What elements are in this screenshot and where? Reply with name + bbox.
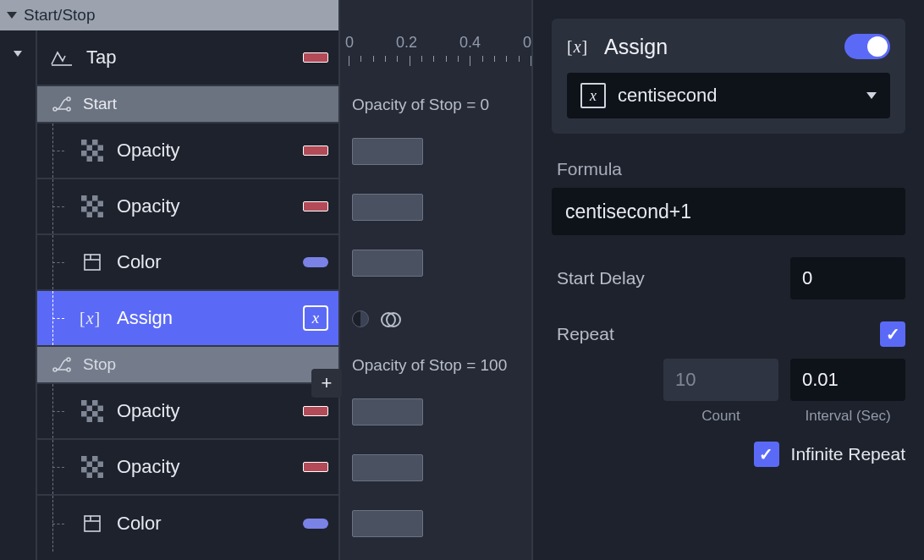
svg-rect-41 [92, 467, 98, 473]
branch-icon [49, 91, 74, 117]
keyframe-chip[interactable] [352, 194, 423, 221]
timeline-ruler[interactable]: 0 0.2 0.4 0 [340, 30, 531, 86]
svg-rect-14 [92, 195, 98, 201]
svg-rect-30 [87, 406, 93, 412]
svg-point-26 [67, 368, 70, 371]
svg-point-24 [53, 368, 57, 371]
color-swatch [303, 257, 328, 267]
tree-row-assign[interactable]: x Assign x [37, 291, 338, 347]
start-delay-value: 0 [802, 267, 812, 289]
svg-rect-8 [98, 145, 104, 151]
color-swatch [303, 145, 328, 156]
tree-row-label: Opacity [117, 456, 291, 478]
timeline-slot[interactable] [340, 235, 531, 291]
tree-section-stop[interactable]: Stop + [37, 347, 338, 384]
ruler-label: 0.2 [396, 34, 417, 52]
svg-rect-7 [87, 145, 93, 151]
tree-row-color[interactable]: Color [37, 235, 338, 291]
variable-name: centisecond [618, 85, 717, 107]
svg-rect-36 [81, 456, 87, 462]
tree-row-label: Color [117, 251, 291, 273]
tree-row-color[interactable]: Color [37, 496, 338, 552]
tree-connector-icon [49, 179, 68, 233]
tree-row-label: Color [117, 513, 291, 535]
tree-connector-icon [49, 440, 68, 494]
svg-rect-29 [92, 400, 98, 406]
keyframe-chip[interactable] [352, 138, 423, 165]
tree-row-opacity[interactable]: Opacity [37, 384, 338, 440]
keyframe-chip[interactable] [352, 454, 423, 481]
tree-section-label: Stop [83, 355, 328, 374]
svg-rect-15 [87, 201, 93, 207]
disclosure-icon[interactable] [14, 51, 22, 57]
timeline-caption-start: Opacity of Stop = 0 [340, 86, 531, 124]
timeline-slot-assign[interactable] [340, 291, 531, 347]
timeline-caption-stop: Opacity of Stop = 100 [340, 347, 531, 384]
timeline-slot[interactable] [340, 440, 531, 496]
color-swatch [303, 52, 328, 63]
tree-row-label: Opacity [117, 400, 291, 422]
svg-rect-19 [87, 212, 93, 218]
svg-rect-11 [87, 156, 93, 162]
color-swatch [303, 201, 328, 211]
ruler-label: 0 [523, 34, 531, 52]
color-swatch [303, 406, 328, 416]
svg-rect-16 [98, 201, 104, 207]
svg-point-2 [67, 97, 70, 101]
disclosure-icon [7, 12, 17, 19]
tree-row-tap[interactable]: Tap [37, 30, 338, 86]
svg-rect-21 [85, 255, 100, 270]
repeat-interval-input[interactable]: 0.01 [790, 359, 905, 401]
svg-rect-35 [98, 417, 104, 423]
add-button[interactable]: + [311, 369, 342, 398]
start-delay-label: Start Delay [557, 268, 645, 288]
start-delay-input[interactable]: 0 [790, 257, 905, 299]
ruler-label: 0 [345, 34, 354, 52]
opacity-icon [80, 398, 105, 424]
repeat-label: Repeat [557, 324, 614, 344]
timeline-slot[interactable] [340, 384, 531, 440]
svg-point-1 [53, 107, 57, 111]
enable-toggle[interactable] [844, 34, 890, 59]
infinite-repeat-checkbox[interactable]: ✓ [754, 442, 779, 467]
keyframe-chip[interactable] [352, 510, 423, 537]
tree-row-opacity[interactable]: Opacity [37, 179, 338, 235]
formula-label: Formula [557, 159, 900, 179]
svg-point-3 [67, 107, 70, 111]
panel-title: Assign [604, 35, 668, 59]
timeline-slot[interactable] [340, 124, 531, 179]
svg-rect-18 [92, 206, 98, 212]
tree-row-label: Opacity [117, 140, 291, 162]
svg-rect-42 [87, 473, 93, 479]
formula-value: centisecond+1 [565, 200, 691, 223]
tree-section-start[interactable]: Start [37, 86, 338, 124]
tree-row-opacity[interactable]: Opacity [37, 124, 338, 179]
svg-rect-37 [92, 456, 98, 462]
timeline-slot[interactable] [340, 179, 531, 235]
svg-rect-34 [87, 417, 93, 423]
variable-select[interactable]: x centisecond [567, 73, 890, 118]
tree-connector-icon [49, 235, 68, 289]
opacity-icon [80, 454, 105, 480]
tree-row-opacity[interactable]: Opacity [37, 440, 338, 496]
tree-connector-icon [49, 384, 68, 438]
repeat-checkbox[interactable]: ✓ [880, 321, 905, 347]
svg-point-25 [67, 358, 70, 361]
tree-header[interactable]: Start/Stop [0, 0, 338, 30]
svg-rect-43 [98, 473, 104, 479]
color-icon [80, 250, 105, 275]
ruler-label: 0.4 [459, 34, 481, 52]
svg-rect-39 [98, 462, 104, 468]
timeline-slot[interactable] [340, 496, 531, 552]
svg-rect-13 [81, 195, 87, 201]
ease-icon [352, 310, 369, 327]
formula-input[interactable]: centisecond+1 [552, 188, 905, 235]
assign-icon: x [567, 34, 592, 59]
svg-rect-10 [92, 151, 98, 156]
svg-rect-33 [92, 411, 98, 417]
svg-rect-5 [81, 140, 87, 145]
keyframe-chip[interactable] [352, 398, 423, 425]
keyframe-chip[interactable] [352, 250, 423, 277]
chevron-down-icon [866, 92, 877, 99]
repeat-count-input: 10 [663, 359, 778, 401]
